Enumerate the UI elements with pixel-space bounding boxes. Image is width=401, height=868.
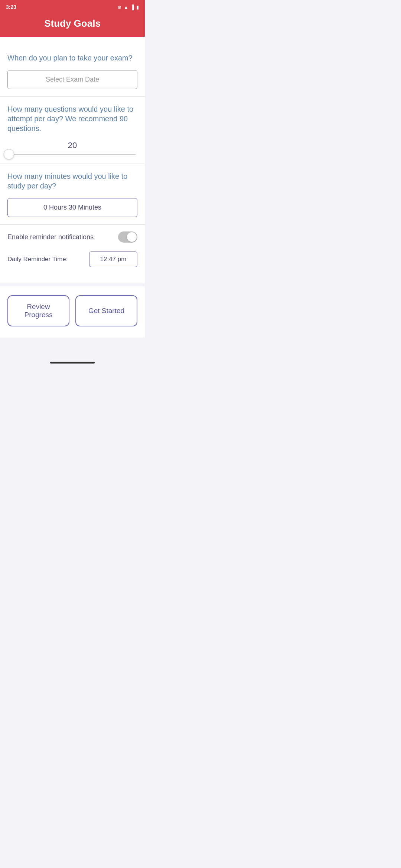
questions-section: How many questions would you like to att… (7, 97, 137, 164)
main-content: When do you plan to take your exam? Sele… (0, 37, 145, 283)
questions-slider-thumb[interactable] (4, 149, 14, 160)
reminder-time-button[interactable]: 12:47 pm (89, 251, 137, 267)
reminder-label: Daily Reminder Time: (7, 256, 68, 263)
clipboard-icon: ⊕ (117, 4, 121, 10)
status-time: 3:23 (6, 4, 16, 10)
questions-slider-track (9, 154, 136, 155)
reminder-row: Daily Reminder Time: 12:47 pm (7, 248, 137, 274)
signal-icon: ▐ (131, 4, 134, 10)
battery-icon: ▮ (136, 4, 139, 10)
questions-value: 20 (7, 141, 137, 150)
status-icons: ⊕ ▲ ▐ ▮ (117, 4, 139, 10)
page-header: Study Goals (0, 13, 145, 37)
minutes-section: How many minutes would you like to study… (7, 164, 137, 224)
notifications-row: Enable reminder notifications (7, 225, 137, 248)
review-progress-button[interactable]: Review Progress (7, 295, 69, 326)
questions-question-label: How many questions would you like to att… (7, 104, 137, 133)
select-exam-date-button[interactable]: Select Exam Date (7, 70, 137, 89)
wifi-icon: ▲ (124, 4, 128, 10)
get-started-button[interactable]: Get Started (75, 295, 137, 326)
notifications-toggle[interactable] (118, 231, 137, 243)
notifications-label: Enable reminder notifications (7, 233, 94, 241)
status-bar: 3:23 ⊕ ▲ ▐ ▮ (0, 0, 145, 13)
questions-slider-container (7, 154, 137, 155)
bottom-section: Review Progress Get Started (0, 286, 145, 338)
exam-question-label: When do you plan to take your exam? (7, 53, 137, 63)
page-title: Study Goals (7, 18, 137, 29)
home-indicator (50, 362, 95, 364)
footer-area (0, 338, 145, 367)
minutes-question-label: How many minutes would you like to study… (7, 171, 137, 191)
exam-date-section: When do you plan to take your exam? Sele… (7, 46, 137, 96)
minutes-button[interactable]: 0 Hours 30 Minutes (7, 198, 137, 217)
toggle-thumb (127, 232, 137, 242)
